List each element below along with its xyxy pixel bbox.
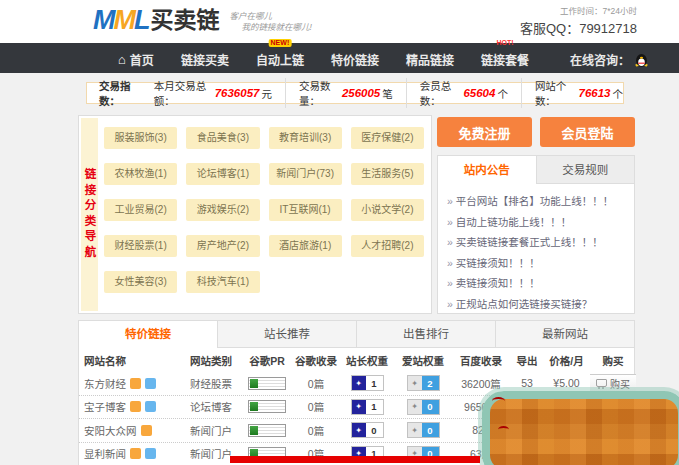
column-header: 站长权重 — [339, 353, 395, 368]
logo-tagline: 客户在哪儿 我的链接就在哪儿! — [230, 11, 312, 35]
column-header: 导出 — [511, 353, 543, 368]
orange-badge-icon — [141, 425, 152, 436]
login-button[interactable]: 会员登陆 — [540, 117, 635, 147]
notice-item[interactable]: 自动上链功能上线！！！ — [447, 212, 625, 233]
category-item[interactable]: IT互联网(1) — [269, 199, 342, 221]
red-scribble-mark — [498, 426, 509, 433]
category-item[interactable]: 农林牧渔(1) — [104, 163, 177, 185]
aizhan-weight-value: 2 — [422, 376, 439, 390]
logo-mml-mark: MML — [93, 5, 149, 35]
google-pr-cell — [241, 400, 293, 413]
table-tab-3[interactable]: 出售排行 — [356, 321, 495, 348]
chinaz-weight-badge: ✦1 — [351, 375, 384, 391]
category-item[interactable]: 食品美食(3) — [186, 127, 259, 149]
tagline-line1: 客户在哪儿 — [230, 11, 312, 22]
page: MML 买卖链 客户在哪儿 我的链接就在哪儿! 工作时间：7*24小时 客服QQ… — [0, 0, 679, 465]
notice-item[interactable]: 买卖链链接套餐正式上线！！！ — [447, 232, 625, 253]
censor-mosaic-overlay — [482, 391, 679, 465]
category-item[interactable]: 生活服务(5) — [351, 163, 424, 185]
column-header: 网站类别 — [181, 353, 241, 368]
table-tabs: 特价链接站长推荐出售排行最新网站 — [79, 321, 634, 348]
category-item[interactable]: 游戏娱乐(2) — [186, 199, 259, 221]
orange-badge-icon — [130, 378, 141, 389]
site-category: 财经股票 — [181, 376, 241, 391]
category-item[interactable]: 科技汽车(1) — [186, 271, 259, 293]
site-name-link[interactable]: 显利新闻 — [84, 446, 126, 461]
google-pr-fill — [250, 379, 258, 388]
category-item[interactable]: 服装服饰(3) — [104, 127, 177, 149]
nav-item-online-consult[interactable]: 在线咨询： — [570, 48, 649, 68]
account-buttons: 免费注册 会员登陆 — [437, 117, 635, 147]
buy-button[interactable]: 购买 — [590, 374, 636, 393]
chinaz-icon: ✦ — [352, 423, 366, 437]
site-name-cell: 宝子博客 — [79, 399, 181, 414]
notice-panel: 站内公告交易规则 平台网站【排名】功能上线！！！自动上链功能上线！！！买卖链链接… — [437, 155, 635, 314]
site-name-link[interactable]: 安阳大众网 — [84, 423, 137, 438]
aizhan-weight-badge: ✦0 — [407, 399, 440, 415]
column-header: 谷歌PR — [241, 353, 293, 368]
blue-badge-icon — [145, 378, 156, 389]
notice-tab-1[interactable]: 站内公告 — [438, 156, 536, 184]
chinaz-weight-value: 1 — [366, 400, 383, 414]
site-name-link[interactable]: 东方财经 — [84, 376, 126, 391]
notice-item[interactable]: 平台网站【排名】功能上线！！！ — [447, 191, 625, 212]
top-header: MML 买卖链 客户在哪儿 我的链接就在哪儿! 工作时间：7*24小时 客服QQ… — [0, 0, 679, 43]
column-header: 爱站权重 — [395, 353, 451, 368]
site-name-link[interactable]: 宝子博客 — [84, 399, 126, 414]
aizhan-weight-cell: ✦2 — [395, 375, 451, 391]
nav-item-link-package[interactable]: 链接套餐HOT! — [481, 48, 529, 68]
price-per-month: ¥5.00 — [543, 377, 590, 389]
stat-item: 会员总数：65604 个 — [406, 78, 508, 108]
category-panel: 链接分类导航 服装服饰(3)食品美食(3)教育培训(3)医疗保健(2)农林牧渔(… — [78, 115, 432, 314]
stat-label: 网站个数： — [535, 78, 577, 108]
notice-item[interactable]: 正规站点如何选链接买链接？ — [447, 294, 625, 315]
chinaz-weight-cell: ✦0 — [339, 422, 395, 438]
nav-item-home[interactable]: ⌂首页 — [118, 48, 154, 68]
home-icon: ⌂ — [118, 55, 126, 65]
tagline-line2: 我的链接就在哪儿! — [242, 22, 312, 33]
orange-badge-icon — [130, 448, 141, 459]
category-item[interactable]: 房产地产(2) — [186, 235, 259, 257]
stat-unit: 元 — [261, 86, 272, 101]
category-item[interactable]: 新闻门户(73) — [269, 163, 342, 185]
nav-item-auto-link[interactable]: 自动上链NEW! — [256, 48, 304, 68]
table-tab-2[interactable]: 站长推荐 — [217, 321, 356, 348]
stat-label: 会员总数： — [420, 78, 462, 108]
category-item[interactable]: 工业贸易(2) — [104, 199, 177, 221]
stat-value: 256005 — [342, 87, 380, 99]
category-item[interactable]: 财经股票(1) — [104, 235, 177, 257]
table-tab-4[interactable]: 最新网站 — [495, 321, 634, 348]
stats-title: 交易指数： — [99, 78, 146, 108]
category-item[interactable]: 小说文学(2) — [351, 199, 424, 221]
google-pr-cell — [241, 377, 293, 390]
category-item[interactable]: 女性美容(3) — [104, 271, 177, 293]
site-category: 新闻门户 — [181, 423, 241, 438]
notice-item[interactable]: 买链接须知！！！ — [447, 253, 625, 274]
nav-item-link-trade[interactable]: 链接买卖 — [181, 48, 229, 68]
table-tab-1[interactable]: 特价链接 — [79, 321, 217, 348]
chinaz-icon: ✦ — [352, 400, 366, 414]
stat-value: 76613 — [579, 87, 611, 99]
register-button[interactable]: 免费注册 — [437, 117, 532, 147]
google-pr-cell — [241, 424, 293, 437]
category-item[interactable]: 教育培训(3) — [269, 127, 342, 149]
chinaz-weight-cell: ✦1 — [339, 375, 395, 391]
site-name-cell: 安阳大众网 — [79, 423, 181, 438]
aizhan-weight-badge: ✦2 — [407, 375, 440, 391]
category-item[interactable]: 人才招聘(2) — [351, 235, 424, 257]
aizhan-weight-value: 0 — [422, 400, 439, 414]
category-item[interactable]: 医疗保健(2) — [351, 127, 424, 149]
stat-label: 交易数量： — [299, 78, 340, 108]
nav-item-premium-links[interactable]: 精品链接 — [406, 48, 454, 68]
column-header: 谷歌收录 — [293, 353, 339, 368]
category-item[interactable]: 酒店旅游(1) — [269, 235, 342, 257]
table-header-row: 网站名称网站类别谷歌PR谷歌收录站长权重爱站权重百度收录导出价格/月购买 — [79, 348, 634, 372]
notice-item[interactable]: 卖链接须知！！！ — [447, 273, 625, 294]
aizhan-weight-cell: ✦0 — [395, 422, 451, 438]
service-qq: 客服QQ：79912718 — [520, 18, 637, 37]
category-item[interactable]: 论坛博客(1) — [186, 163, 259, 185]
stat-value: 7636057 — [215, 87, 260, 99]
google-included: 0篇 — [293, 376, 339, 391]
nav-item-special-links[interactable]: 特价链接 — [331, 48, 379, 68]
notice-tab-2[interactable]: 交易规则 — [536, 156, 635, 184]
